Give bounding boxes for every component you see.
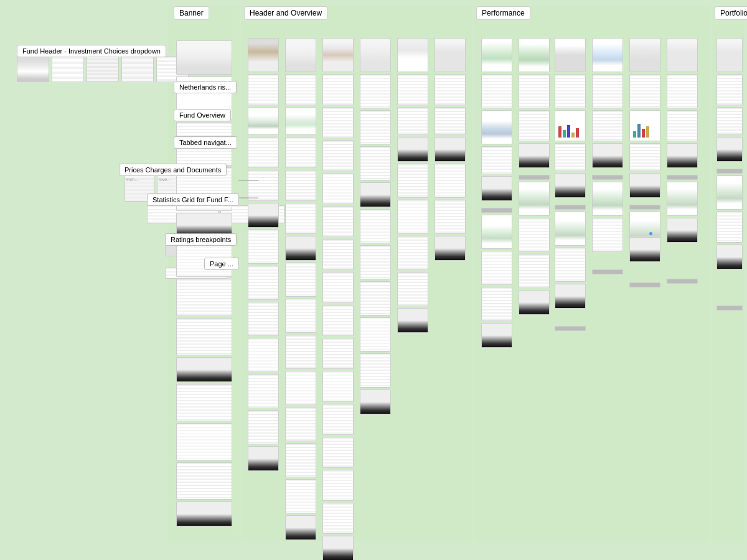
statistics-grid-label: Statistics Grid for Fund F... <box>147 194 239 206</box>
prices-charges-label: Prices Charges and Documents <box>119 164 227 176</box>
header-col-3 <box>321 25 355 560</box>
perf-col-6 <box>665 25 699 284</box>
header-col-2 <box>283 25 317 540</box>
perf-col-3 <box>553 25 587 331</box>
perf-col-2 <box>517 25 551 315</box>
perf-col-4 <box>590 25 624 274</box>
fund-header-label: Fund Header - Investment Choices dropdow… <box>17 45 166 57</box>
header-col-4 <box>358 25 392 414</box>
header-col-5 <box>395 25 430 333</box>
banner-column <box>173 25 235 526</box>
page-label: Page ... <box>204 258 239 270</box>
header-overview-label: Header and Overview <box>244 6 327 20</box>
portfolio-col-1 <box>715 25 744 310</box>
banner-label: Banner <box>174 6 209 20</box>
header-col-6 <box>433 25 467 261</box>
ratings-breakpoints-label: Ratings breakpoints <box>165 233 237 246</box>
fund-overview-label: Fund Overview <box>174 109 231 121</box>
fund-header-thumbs <box>17 56 189 82</box>
portfolio-label: Portfolio <box>715 6 747 20</box>
perf-col-5 <box>627 25 662 287</box>
netherlands-risk-label: Netherlands ris... <box>174 81 237 93</box>
performance-label: Performance <box>476 6 530 20</box>
perf-col-1 <box>479 25 514 348</box>
header-col-1 <box>246 25 280 471</box>
tabbed-nav-label: Tabbed navigat... <box>174 136 237 149</box>
